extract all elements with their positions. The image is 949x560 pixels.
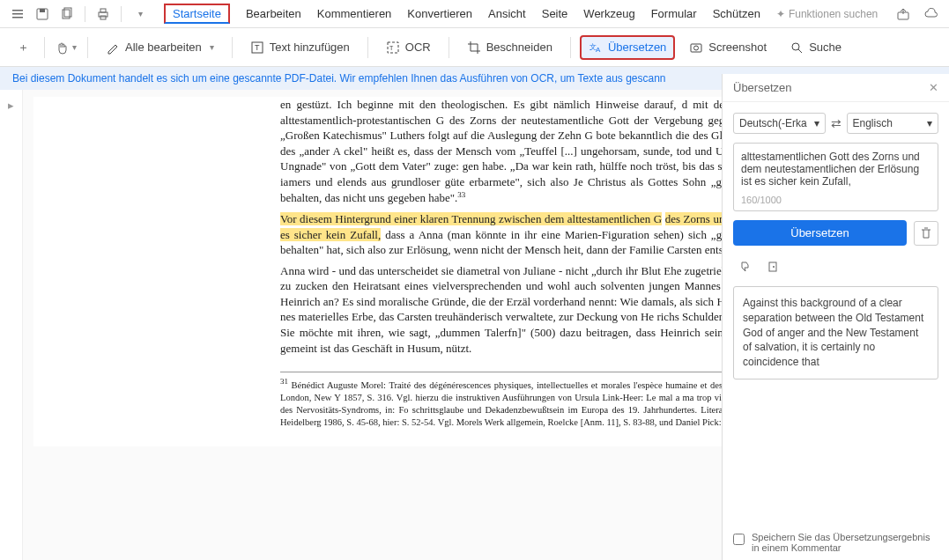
edit-all-button[interactable]: Alle bearbeiten [97, 35, 223, 60]
svg-line-20 [798, 49, 802, 53]
source-text-input[interactable]: alttestamentlichen Gott des Zorns und de… [733, 143, 938, 211]
search-button[interactable]: Suche [781, 35, 850, 60]
print-icon[interactable] [93, 4, 114, 25]
menu-konvertieren[interactable]: Konvertieren [407, 4, 472, 24]
delete-icon[interactable] [914, 221, 938, 246]
menu-schuetzen[interactable]: Schützen [713, 4, 760, 24]
cloud-icon[interactable] [921, 4, 942, 25]
save-result-label: Speichern Sie das Übersetzungsergebnis i… [752, 532, 938, 553]
menu-kommentieren[interactable]: Kommentieren [317, 4, 392, 24]
hand-tool-icon[interactable] [54, 35, 78, 60]
add-tab-icon[interactable]: ＋ [11, 35, 35, 60]
toolbar: ＋ Alle bearbeiten TText hinzufügen TOCR … [0, 28, 949, 67]
crop-button[interactable]: Beschneiden [458, 35, 561, 60]
left-strip: ▸ [0, 90, 23, 560]
add-text-button[interactable]: TText hinzufügen [241, 35, 359, 60]
menu-formular[interactable]: Formular [651, 4, 697, 24]
save-icon[interactable] [32, 4, 53, 25]
char-count: 160/1000 [741, 195, 782, 205]
thumbs-down-icon[interactable] [733, 256, 754, 277]
menu-bearbeiten[interactable]: Bearbeiten [246, 4, 301, 24]
svg-point-18 [694, 46, 699, 50]
svg-rect-0 [12, 10, 23, 11]
copy-icon[interactable] [56, 4, 78, 25]
svg-rect-1 [12, 13, 23, 15]
translate-panel: Übersetzen ✕ Deutsch(-Erka▾ ⇄ Englisch▾ … [722, 74, 949, 560]
close-icon[interactable]: ✕ [929, 81, 938, 94]
menu-startseite[interactable]: Startseite [164, 4, 230, 24]
svg-text:T: T [389, 45, 394, 51]
swap-languages-icon[interactable]: ⇄ [831, 116, 841, 130]
menubar: Startseite Bearbeiten Kommentieren Konve… [164, 4, 878, 24]
source-lang-select[interactable]: Deutsch(-Erka▾ [733, 113, 826, 134]
svg-rect-17 [691, 44, 701, 52]
svg-text:T: T [255, 43, 260, 52]
svg-rect-2 [12, 17, 23, 18]
screenshot-button[interactable]: Screenshot [680, 35, 775, 60]
translation-result: Against this background of a clear separ… [733, 286, 938, 379]
svg-point-19 [792, 43, 799, 50]
svg-rect-4 [40, 9, 45, 12]
svg-text:A: A [596, 46, 601, 54]
target-lang-select[interactable]: Englisch▾ [847, 113, 939, 134]
recent-dropdown[interactable] [129, 4, 150, 25]
svg-rect-8 [100, 9, 106, 12]
ocr-button[interactable]: TOCR [377, 35, 440, 60]
copy-result-icon[interactable] [763, 256, 784, 277]
menu-werkzeug[interactable]: Werkzeug [583, 4, 634, 24]
menu-seite[interactable]: Seite [542, 4, 568, 24]
run-translate-button[interactable]: Übersetzen [733, 220, 907, 246]
save-result-checkbox[interactable] [733, 534, 745, 545]
chevron-right-icon[interactable]: ▸ [8, 99, 14, 112]
translate-button[interactable]: 文AÜbersetzen [580, 35, 675, 60]
translate-panel-title: Übersetzen [733, 81, 791, 94]
share-icon[interactable] [893, 4, 914, 25]
title-bar: Startseite Bearbeiten Kommentieren Konve… [0, 0, 949, 28]
menu-ansicht[interactable]: Ansicht [488, 4, 526, 24]
feature-search[interactable]: ✦ Funktionen suchen [776, 4, 878, 24]
menu-icon[interactable] [7, 4, 28, 25]
